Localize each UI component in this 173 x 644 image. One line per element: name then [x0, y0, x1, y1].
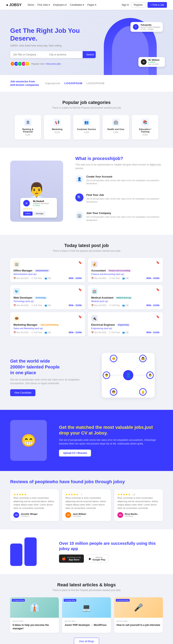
overlay-follow-button[interactable]: Follow: [23, 212, 32, 216]
cv-right: Get the matched the most valuable jobs.j…: [59, 424, 163, 456]
job-logo: 🏢: [13, 261, 20, 268]
process-left: 👨‍💼 M Mr.Haskell Software Developer ● On…: [10, 160, 67, 222]
card2-name: Mr William: [148, 59, 160, 61]
blog-content-1: Nov 28, 2021 6 Ideas to help you become …: [10, 618, 59, 633]
bookmark-icon[interactable]: 🔖: [78, 288, 82, 291]
blog-image-3: ♦ Interview Blog 🎤: [114, 597, 163, 618]
bookmark-icon[interactable]: 🔖: [156, 288, 160, 291]
register-button[interactable]: Register: [131, 2, 146, 8]
bookmark-icon[interactable]: 🔖: [156, 261, 160, 264]
job-card-3[interactable]: 🐦 🔖 Web Developer Technology Technology …: [10, 285, 85, 309]
job-time: ⏱ Full Time: [31, 331, 42, 334]
job-title: Accountant: [91, 269, 106, 272]
category-health[interactable]: 🏥 Health and Care 9,254: [103, 115, 129, 140]
reviewer-role: CEO/Boss: [21, 515, 38, 517]
blog-card-1[interactable]: ♦ Popular Blog 👔 Nov 28, 2021 6 Ideas to…: [10, 597, 59, 633]
category-education[interactable]: 📚 Education / Training 9,254: [132, 115, 158, 140]
category-customer[interactable]: 👥 Customer Service 9,254: [73, 115, 100, 140]
cv-heading: Get the matched the most valuable jobs.j…: [59, 424, 163, 436]
view-all-blogs-button[interactable]: View all Blogs: [74, 638, 99, 644]
overlay-rating: ★★★★★: [23, 208, 54, 210]
nav-find-jobs[interactable]: Find Jobs ▾: [37, 4, 50, 6]
job-date: 📅 Nov 4rd 2021: [91, 304, 106, 306]
bookmark-icon[interactable]: 🔖: [78, 261, 82, 264]
job-title-input[interactable]: [10, 51, 46, 58]
nav-demo[interactable]: Demo: [28, 4, 34, 6]
blog-tag-3: ♦ Interview Blog: [116, 599, 130, 602]
category-marketing[interactable]: 📢 Marketing 9,254: [44, 115, 70, 140]
google-play-button[interactable]: ▶ Get it on Google Play: [86, 554, 109, 563]
blog-date-3: Nov 28, 2021: [117, 620, 160, 622]
customer-icon: 👥: [83, 118, 90, 126]
job-size: 👥 10k: [45, 277, 51, 280]
nav-employers[interactable]: Employers ▾: [53, 4, 67, 6]
talent-network: 👤 😊 👩 👨 👩‍💼 🧑 👱: [102, 353, 155, 398]
process-overlay-card: M Mr.Haskell Software Developer ● Online…: [20, 198, 57, 218]
reviewer-avatar: JW: [65, 512, 71, 518]
location-input[interactable]: [46, 51, 83, 58]
sign-in-button[interactable]: Sign in: [122, 4, 129, 6]
talent-section: Get the world wide 20000+ talented Peopl…: [0, 344, 173, 410]
job-time: ⏱ Full Time: [109, 277, 120, 280]
reviewer-name: Jennifer Winger: [21, 513, 38, 515]
reviews-grid: ★★★★★ Rhys commodo is enim consectetur a…: [10, 489, 163, 521]
reviewer: JW Jennifer Winger CEO/Boss: [13, 512, 56, 518]
network-node-3: 👨: [103, 372, 110, 379]
step-2-desc: Set of perspiciatis unde omnis iste natu…: [86, 197, 163, 204]
job-card-2[interactable]: 💰 🔖 Accountant Finance and Accounting Fi…: [88, 258, 163, 282]
search-button[interactable]: Search: [83, 51, 96, 58]
category-banking[interactable]: 🏦 Banking & Financial 9,254: [15, 115, 41, 140]
job-company: Finance and Accounting (and up): [91, 273, 160, 275]
blogs-section: Read latest articles & blogs There is pl…: [0, 574, 173, 644]
bookmark-icon[interactable]: 🔖: [78, 315, 82, 318]
google-label: Get it on: [93, 556, 106, 558]
app-right: Over 10 million people are successfully …: [59, 541, 163, 563]
job-card-4[interactable]: 🏥 🔖 Medical Assistant Medical (and up) M…: [88, 285, 163, 309]
reviewer-avatar: RB: [117, 512, 123, 518]
phone-tall: [24, 538, 37, 566]
process-right: What is processhijob? This web runs to b…: [75, 156, 163, 226]
card1-name: Tokopedia: [141, 24, 160, 26]
overlay-status: ● Online: [33, 204, 49, 206]
process-description: This web runs to be represented or relia…: [75, 163, 163, 170]
job-card-1[interactable]: 🏢 🔖 Office Manager Administrative Admini…: [10, 258, 85, 282]
reviewer: JW Jack William CEO/Boss: [65, 512, 107, 518]
review-text: Rhys commodo is enim consectetur adipisc…: [13, 496, 56, 510]
category-count: 9,254: [135, 134, 155, 136]
overlay-message-button[interactable]: Message: [34, 212, 45, 216]
review-stars: ★★★★★: [13, 492, 56, 496]
blog-card-2[interactable]: ♦ Design Blog 💻 Nov 28, 2021 Junior PHP …: [62, 597, 111, 633]
categories-grid: 🏦 Banking & Financial 9,254 📢 Marketing …: [10, 115, 163, 140]
upload-cv-button[interactable]: Upload CV / Resume: [59, 450, 91, 456]
avatar-group: A B C D E: [10, 61, 30, 66]
job-badge: Engineering: [117, 324, 130, 326]
reviewer-avatar: JW: [13, 512, 19, 518]
step-2-icon: 🔍: [75, 194, 83, 202]
blogs-title: Read latest articles & blogs: [10, 582, 163, 588]
job-logo: 🔌: [91, 315, 98, 322]
jobs-title: Today latest post job: [10, 243, 163, 248]
partners-title: Job vacancies from well-known companies: [10, 80, 39, 87]
apple-store-button[interactable]: 🍎 Download on the App Store: [59, 554, 84, 563]
view-candidate-button[interactable]: View Candidate: [10, 389, 35, 396]
process-section: 👨‍💼 M Mr.Haskell Software Developer ● On…: [0, 148, 173, 235]
job-card-5[interactable]: 🍩 🔖 Marketing Manager Sales and Marketin…: [10, 312, 85, 336]
job-title: Web Developer: [13, 296, 32, 299]
post-job-button[interactable]: + Post a Job: [148, 2, 167, 8]
bookmark-icon[interactable]: 🔖: [156, 315, 160, 318]
job-salary: $80k - $100k: [146, 331, 160, 334]
logo[interactable]: ● JOBSY: [6, 3, 21, 7]
cv-description: Get set of perspiciatis unde omnis iste …: [59, 438, 163, 446]
blog-emoji-2: 💻: [82, 603, 91, 612]
google-name: Google Play: [93, 558, 106, 561]
review-card-3: ★★★★★ 27 Rhys commodo is enim consectetu…: [114, 489, 163, 521]
price-plan-link[interactable]: View price plan: [46, 62, 61, 65]
app-left: [10, 538, 51, 566]
job-card-6[interactable]: 🔌 🔖 Electrical Engineer Engineering Engi…: [88, 312, 163, 336]
nav-pages[interactable]: Pages ▾: [87, 4, 96, 6]
logo-text: JOBSY: [9, 3, 21, 7]
network-node-5: 🧑: [110, 388, 117, 396]
nav-candidates[interactable]: Candidates ▾: [70, 4, 84, 6]
review-stars: ★★★★★ 27: [117, 492, 160, 496]
blog-card-3[interactable]: ♦ Interview Blog 🎤 Nov 28, 2021 How to s…: [114, 597, 163, 633]
